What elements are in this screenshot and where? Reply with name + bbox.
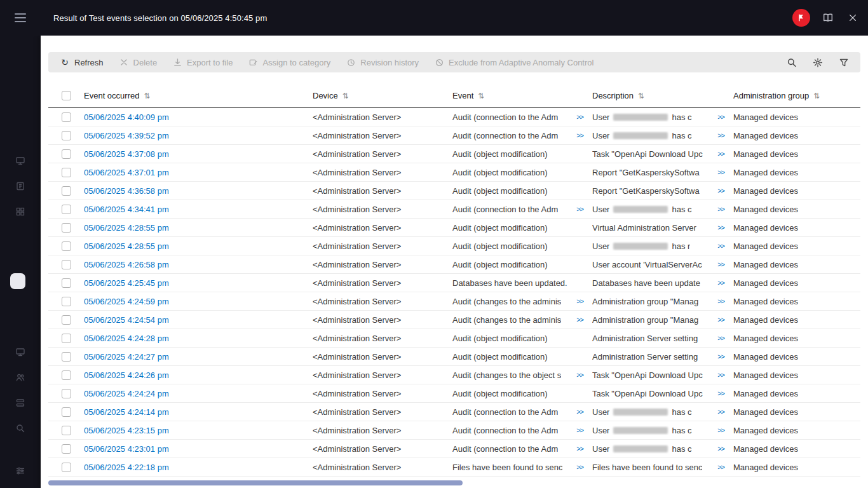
expand-description-link[interactable]: >> [714,205,724,213]
select-all-checkbox[interactable] [62,91,71,100]
row-checkbox[interactable] [62,205,71,214]
table-row[interactable]: 05/06/2025 4:23:15 pm <Administration Se… [48,421,860,440]
event-time-link[interactable]: 05/06/2025 4:34:41 pm [84,205,169,214]
expand-event-link[interactable]: >> [573,132,583,139]
event-time-link[interactable]: 05/06/2025 4:22:18 pm [84,463,169,472]
table-row[interactable]: 05/06/2025 4:24:14 pm <Administration Se… [48,403,860,421]
column-header-event-occurred[interactable]: Event occurred⇅ [84,91,313,100]
event-time-link[interactable]: 05/06/2025 4:24:24 pm [84,389,169,398]
expand-event-link[interactable]: >> [573,408,583,416]
documentation-book-icon[interactable] [821,11,835,25]
event-time-link[interactable]: 05/06/2025 4:37:01 pm [84,168,169,177]
apps-grid-icon[interactable] [15,207,25,217]
kaspersky-logo-badge[interactable] [792,9,810,27]
expand-description-link[interactable]: >> [714,334,724,342]
row-checkbox[interactable] [62,370,71,380]
row-checkbox[interactable] [62,297,71,306]
table-row[interactable]: 05/06/2025 4:24:54 pm <Administration Se… [48,311,860,329]
event-time-link[interactable]: 05/06/2025 4:24:59 pm [84,297,169,306]
expand-event-link[interactable]: >> [573,445,583,452]
expand-description-link[interactable]: >> [714,150,724,158]
event-time-link[interactable]: 05/06/2025 4:28:55 pm [84,241,169,251]
active-nav-indicator[interactable] [10,273,25,289]
row-checkbox[interactable] [62,334,71,343]
expand-description-link[interactable]: >> [714,297,724,305]
table-row[interactable]: 05/06/2025 4:34:41 pm <Administration Se… [48,200,860,219]
event-time-link[interactable]: 05/06/2025 4:26:58 pm [84,260,169,269]
filter-button[interactable] [835,53,853,71]
event-time-link[interactable]: 05/06/2025 4:24:54 pm [84,315,169,325]
row-checkbox[interactable] [62,131,71,140]
expand-description-link[interactable]: >> [714,445,724,452]
expand-event-link[interactable]: >> [573,426,583,434]
row-checkbox[interactable] [62,112,71,122]
table-row[interactable]: 05/06/2025 4:25:45 pm <Administration Se… [48,274,860,292]
expand-description-link[interactable]: >> [714,187,724,194]
horizontal-scrollbar-thumb[interactable] [48,480,463,485]
row-checkbox[interactable] [62,315,71,325]
table-row[interactable]: 05/06/2025 4:28:55 pm <Administration Se… [48,219,860,237]
close-icon[interactable] [846,11,860,25]
event-time-link[interactable]: 05/06/2025 4:23:01 pm [84,444,169,454]
expand-event-link[interactable]: >> [573,113,583,121]
table-row[interactable]: 05/06/2025 4:22:18 pm <Administration Se… [48,458,860,477]
event-time-link[interactable]: 05/06/2025 4:40:09 pm [84,112,169,122]
row-checkbox[interactable] [62,278,71,288]
expand-description-link[interactable]: >> [714,408,724,416]
search-button[interactable] [783,53,801,71]
expand-description-link[interactable]: >> [714,168,724,176]
row-checkbox[interactable] [62,389,71,398]
reports-icon[interactable] [15,181,25,191]
table-row[interactable]: 05/06/2025 4:37:08 pm <Administration Se… [48,145,860,163]
table-row[interactable]: 05/06/2025 4:23:01 pm <Administration Se… [48,440,860,458]
row-checkbox[interactable] [62,241,71,251]
table-row[interactable]: 05/06/2025 4:36:58 pm <Administration Se… [48,182,860,200]
event-time-link[interactable]: 05/06/2025 4:24:14 pm [84,407,169,417]
row-checkbox[interactable] [62,352,71,362]
row-checkbox[interactable] [62,186,71,196]
event-time-link[interactable]: 05/06/2025 4:23:15 pm [84,426,169,435]
expand-event-link[interactable]: >> [573,297,583,305]
event-time-link[interactable]: 05/06/2025 4:37:08 pm [84,149,169,159]
monitoring-icon[interactable] [15,156,25,166]
expand-description-link[interactable]: >> [714,224,724,231]
table-row[interactable]: 05/06/2025 4:24:26 pm <Administration Se… [48,366,860,384]
table-row[interactable]: 05/06/2025 4:37:01 pm <Administration Se… [48,163,860,182]
column-header-device[interactable]: Device⇅ [313,91,452,100]
console-settings-icon[interactable] [15,466,25,476]
row-checkbox[interactable] [62,168,71,177]
settings-gear-button[interactable] [809,53,827,71]
expand-description-link[interactable]: >> [714,316,724,323]
table-row[interactable]: 05/06/2025 4:24:59 pm <Administration Se… [48,292,860,311]
expand-description-link[interactable]: >> [714,242,724,250]
expand-description-link[interactable]: >> [714,261,724,268]
table-row[interactable]: 05/06/2025 4:24:28 pm <Administration Se… [48,329,860,348]
expand-description-link[interactable]: >> [714,390,724,397]
expand-event-link[interactable]: >> [573,371,583,379]
row-checkbox[interactable] [62,426,71,435]
devices-icon[interactable] [15,347,25,357]
repositories-icon[interactable] [15,398,25,408]
table-row[interactable]: 05/06/2025 4:40:09 pm <Administration Se… [48,108,860,126]
expand-description-link[interactable]: >> [714,279,724,287]
event-time-link[interactable]: 05/06/2025 4:24:28 pm [84,334,169,343]
expand-event-link[interactable]: >> [573,316,583,323]
column-header-description[interactable]: Description⇅ [592,91,733,100]
event-time-link[interactable]: 05/06/2025 4:24:27 pm [84,352,169,362]
row-checkbox[interactable] [62,149,71,159]
table-row[interactable]: 05/06/2025 4:24:27 pm <Administration Se… [48,348,860,366]
table-row[interactable]: 05/06/2025 4:26:58 pm <Administration Se… [48,255,860,274]
event-time-link[interactable]: 05/06/2025 4:24:26 pm [84,370,169,380]
hamburger-menu-icon[interactable] [15,13,26,22]
table-row[interactable]: 05/06/2025 4:24:24 pm <Administration Se… [48,384,860,403]
users-icon[interactable] [15,372,25,383]
expand-event-link[interactable]: >> [573,205,583,213]
expand-description-link[interactable]: >> [714,463,724,471]
expand-description-link[interactable]: >> [714,353,724,360]
event-time-link[interactable]: 05/06/2025 4:36:58 pm [84,186,169,196]
event-time-link[interactable]: 05/06/2025 4:39:52 pm [84,131,169,140]
row-checkbox[interactable] [62,223,71,233]
row-checkbox[interactable] [62,407,71,417]
column-header-event[interactable]: Event⇅ [452,91,592,100]
expand-event-link[interactable]: >> [573,463,583,471]
